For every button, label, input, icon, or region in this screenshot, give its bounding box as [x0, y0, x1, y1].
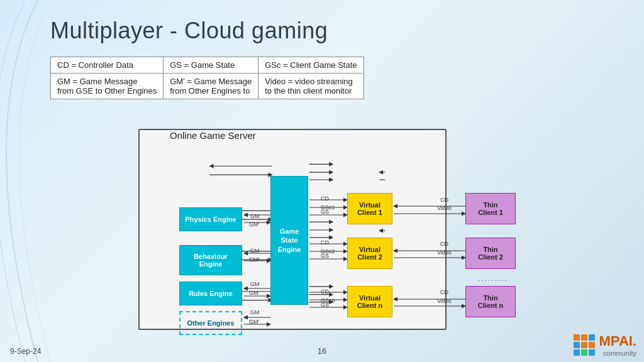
other-engines-block: Other Engines — [179, 311, 242, 335]
svg-rect-48 — [574, 334, 580, 341]
legend-cd: CD = Controller Data — [51, 57, 164, 74]
thin-client-2: Thin Client 2 — [465, 238, 516, 269]
dots-separator: ......... — [478, 274, 508, 283]
svg-rect-55 — [581, 349, 587, 356]
gmprime-label-2: GM' — [249, 256, 259, 263]
legend-table: CD = Controller Data GS = Game State GSc… — [50, 57, 364, 99]
legend-gs: GS = Game State — [164, 57, 258, 74]
svg-rect-50 — [589, 334, 595, 341]
gs-label-2: GS — [321, 253, 329, 259]
slide-number: 16 — [318, 346, 326, 356]
video-tcn: Video — [437, 298, 452, 304]
cd-tc1: CD — [440, 197, 448, 203]
gmprime-label-1: GM' — [249, 221, 259, 228]
virtual-client-n: Virtual Client n — [347, 286, 392, 317]
mpai-logo-grid-icon — [573, 334, 596, 356]
legend-gmprime: GM' = Game Messagefrom Other Engines to — [164, 74, 258, 99]
physics-engine-block: Physics Engine — [179, 207, 242, 231]
gse-block: Game State Engine — [270, 176, 308, 305]
thin-client-1: Thin Client 1 — [465, 193, 516, 224]
gm-label-3: GM — [250, 281, 260, 287]
gm-label-1: GM — [250, 213, 260, 219]
svg-rect-51 — [574, 342, 580, 348]
gm-label-4: GM — [250, 309, 260, 315]
mpai-brand: MPAI. — [599, 333, 636, 349]
legend-gm: GM = Game Messagefrom GSE to Other Engin… — [51, 74, 164, 99]
gm-label-2: GM — [250, 248, 260, 254]
gs-label-n: GS — [321, 302, 329, 308]
cd-tc2: CD — [440, 241, 448, 247]
behaviour-engine-block: Behaviour Engine — [179, 245, 242, 275]
slide-date: 9-Sep-24 — [10, 347, 41, 356]
video-tc2: Video — [437, 250, 452, 256]
thin-client-n: Thin Client n — [465, 286, 516, 317]
svg-rect-56 — [589, 349, 595, 356]
gs-label-1: GS — [321, 209, 329, 215]
mpai-logo: MPAI. community — [573, 333, 636, 357]
virtual-client-2: Virtual Client 2 — [347, 238, 392, 269]
svg-rect-53 — [589, 342, 595, 348]
gmprime-label-3: GM' — [249, 290, 259, 296]
mpai-community-label: community — [599, 349, 636, 357]
legend-gsc: GSc = Client Game State — [258, 57, 364, 74]
legend-video: Video = video streamingto the thin clien… — [258, 74, 364, 99]
diagram-title: Online Game Server — [170, 130, 256, 141]
svg-rect-52 — [581, 342, 587, 348]
svg-rect-54 — [574, 349, 580, 356]
slide-title: Multiplayer - Cloud gaming — [50, 18, 328, 44]
svg-rect-49 — [581, 334, 587, 341]
rules-engine-block: Rules Engine — [179, 282, 242, 305]
video-tc1: Video — [437, 205, 452, 211]
cd-tcn: CD — [440, 289, 448, 295]
virtual-client-1: Virtual Client 1 — [347, 193, 392, 224]
gmprime-label-4: GM' — [249, 319, 259, 325]
